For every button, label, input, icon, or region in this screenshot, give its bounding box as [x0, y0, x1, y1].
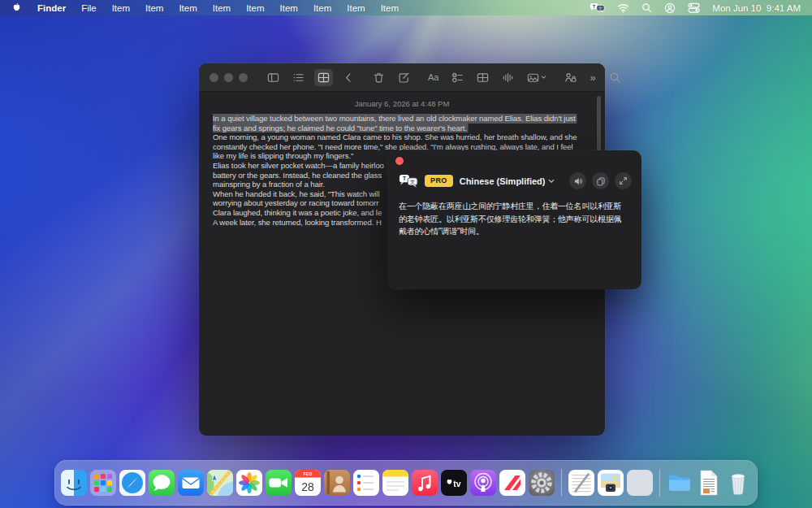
audio-waveform-icon[interactable]	[499, 69, 517, 86]
notes-toolbar: Aa »	[199, 63, 605, 92]
more-toolbar-items-icon[interactable]: »	[586, 70, 598, 85]
language-selector[interactable]: Chinese (Simplified)	[460, 176, 555, 186]
format-text-icon[interactable]: Aa	[425, 71, 442, 85]
note-date: January 6, 2026 at 4:48 PM	[213, 99, 591, 108]
dock-news-icon[interactable]	[499, 470, 525, 496]
note-text-line[interactable]: fix gears and springs; he claimed he cou…	[213, 124, 593, 133]
dock-divider	[659, 469, 660, 497]
dock-launchpad-icon[interactable]	[90, 470, 116, 496]
dock-photobooth-icon[interactable]	[598, 470, 624, 496]
dock-document-icon[interactable]	[696, 470, 722, 496]
menu-item-item-3[interactable]: Item	[179, 3, 197, 13]
sidebar-toggle-icon[interactable]	[264, 69, 283, 86]
back-chevron-icon[interactable]	[339, 69, 358, 86]
checklist-icon[interactable]	[448, 69, 467, 86]
menu-left: FinderFileItemItemItemItemItemItemItemIt…	[11, 2, 399, 14]
dock: FEB28tv	[54, 460, 758, 506]
search-note-icon[interactable]	[606, 69, 624, 86]
window-controls[interactable]	[209, 73, 248, 82]
popup-close-button[interactable]	[395, 157, 404, 165]
table-icon[interactable]	[473, 69, 492, 86]
user-circle-icon[interactable]	[664, 2, 676, 14]
dock-safari-icon[interactable]	[119, 470, 145, 496]
menu-item-item-9[interactable]: Item	[381, 3, 399, 13]
translate-status-icon[interactable]: T文	[590, 2, 605, 13]
dock-music-icon[interactable]	[412, 470, 438, 496]
svg-text:T: T	[403, 176, 406, 181]
spotlight-search-icon[interactable]	[641, 2, 652, 13]
svg-text:28: 28	[301, 480, 314, 493]
close-window-button[interactable]	[209, 73, 218, 82]
dock-folder-icon[interactable]	[667, 470, 693, 496]
menu-clock[interactable]: Mon Jun 10 9:41 AM	[712, 3, 801, 13]
menu-item-item-2[interactable]: Item	[145, 3, 163, 13]
speaker-button[interactable]	[569, 172, 586, 189]
dock-finder-icon[interactable]	[61, 470, 87, 496]
dock-tv-icon[interactable]: tv	[441, 470, 467, 496]
menu-item-item-6[interactable]: Item	[280, 3, 298, 13]
gallery-view-icon[interactable]	[314, 69, 333, 86]
pro-badge: PRO	[425, 175, 453, 187]
note-text-line[interactable]: In a quiet village tucked between two mo…	[213, 114, 593, 124]
copy-button[interactable]	[592, 172, 609, 189]
dock-calendar-icon[interactable]: FEB28	[295, 470, 321, 496]
dock-facetime-icon[interactable]	[266, 470, 292, 496]
svg-text:文: 文	[410, 179, 415, 185]
dock-textedit-icon[interactable]	[568, 470, 594, 496]
dock-maps-icon[interactable]	[207, 470, 233, 496]
translator-app-icon: T文	[399, 174, 418, 188]
media-insert-icon[interactable]	[524, 69, 550, 86]
dock-divider	[561, 469, 562, 497]
dock-notes-icon[interactable]	[382, 470, 408, 496]
menu-item-item-8[interactable]: Item	[347, 3, 365, 13]
scrollbar-thumb[interactable]	[597, 96, 601, 154]
wifi-icon[interactable]	[617, 3, 629, 13]
list-view-icon[interactable]	[289, 69, 308, 86]
new-note-icon[interactable]	[395, 69, 413, 86]
popup-actions	[569, 172, 632, 189]
zoom-window-button[interactable]	[239, 73, 248, 82]
note-text-line[interactable]: One morning, a young woman named Clara c…	[213, 132, 593, 142]
dock-podcasts-icon[interactable]	[470, 470, 496, 496]
svg-text:文: 文	[598, 7, 603, 11]
dock-trash-icon[interactable]	[725, 470, 751, 496]
dock-messages-icon[interactable]	[149, 470, 175, 496]
svg-text:tv: tv	[453, 479, 460, 488]
dock-contacts-icon[interactable]	[324, 470, 350, 496]
collaborate-share-icon[interactable]	[561, 69, 580, 86]
menu-item-item-4[interactable]: Item	[213, 3, 231, 13]
menu-item-item-1[interactable]: Item	[112, 3, 130, 13]
menu-status-area: T文 Mon Jun 10 9:41 AM	[590, 2, 801, 14]
menu-item-item-5[interactable]: Item	[246, 3, 264, 13]
svg-text:FEB: FEB	[304, 471, 313, 476]
popup-header: T文 PRO Chinese (Simplified)	[388, 150, 641, 189]
translation-popup: T文 PRO Chinese (Simplified) 在一个隐蔽在两座山之间的…	[388, 150, 641, 289]
apple-menu-icon[interactable]	[11, 2, 22, 14]
menu-item-file[interactable]: File	[81, 3, 97, 13]
control-center-icon[interactable]	[688, 2, 700, 13]
minimize-window-button[interactable]	[224, 73, 233, 82]
expand-button[interactable]	[615, 172, 632, 189]
dock-settings-icon[interactable]	[529, 470, 555, 496]
dock-mail-icon[interactable]	[178, 470, 204, 496]
dock-reminders-icon[interactable]	[353, 470, 379, 496]
menu-bar: FinderFileItemItemItemItemItemItemItemIt…	[0, 0, 812, 15]
menu-item-finder[interactable]: Finder	[37, 3, 66, 13]
dock-blank-icon[interactable]	[627, 470, 653, 496]
language-label: Chinese (Simplified)	[460, 176, 546, 186]
delete-note-icon[interactable]	[369, 69, 388, 86]
menu-item-item-7[interactable]: Item	[313, 3, 331, 13]
chevron-down-icon	[548, 179, 555, 184]
dock-photos-icon[interactable]	[236, 470, 262, 496]
translation-text: 在一个隐蔽在两座山之间的宁静村庄里，住着一位名叫以利亚斯的老钟表匠。以利亚斯不仅…	[388, 189, 641, 238]
